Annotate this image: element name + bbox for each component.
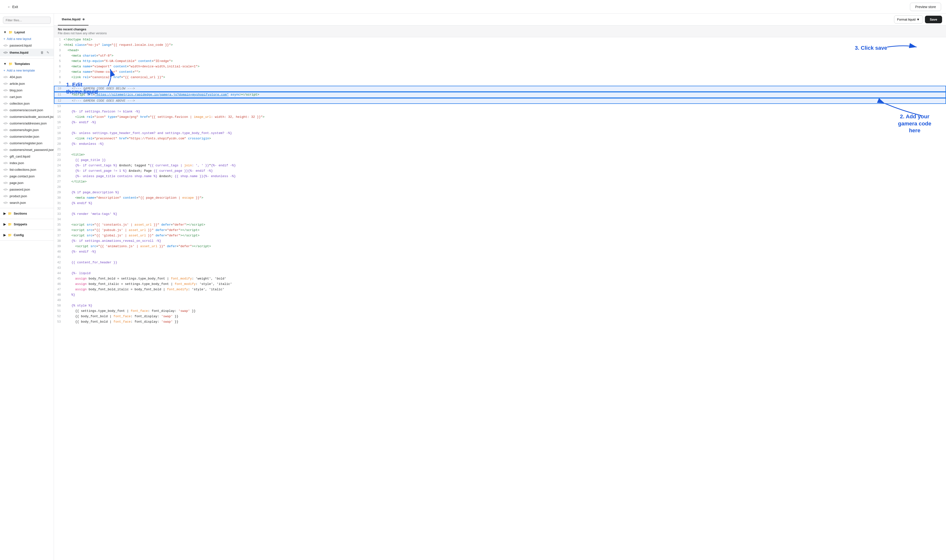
plus-icon: + [3, 37, 5, 41]
code-line-10: 10 <!--- GAMERA CODE GOES BELOW ---> [54, 86, 946, 92]
sidebar-item-password-liquid[interactable]: </> password.liquid [0, 42, 54, 49]
line-number: 19 [54, 136, 64, 141]
line-content: {{ content_for_header }} [64, 260, 946, 265]
delete-button[interactable]: 🗑 [40, 50, 45, 55]
code-line-34: 34 [54, 217, 946, 222]
sidebar-item-password-json[interactable]: </>password.json [0, 186, 54, 193]
sidebar-item-product-json[interactable]: </>product.json [0, 193, 54, 199]
line-content: {{ body_font_bold | font_face: font_disp… [64, 314, 946, 319]
sidebar-item-page-json[interactable]: </>page.json [0, 180, 54, 186]
line-number: 11 [54, 92, 64, 97]
sidebar-item-customers-addresses-json[interactable]: </>customers/addresses.json [0, 120, 54, 127]
format-liquid-button[interactable]: Format liquid ▼ [894, 15, 923, 23]
code-line-20: 20 {%- endunless -%} [54, 142, 946, 147]
sidebar-item-cart-json[interactable]: </>cart.json [0, 94, 54, 100]
sections-group-header[interactable]: ▶ 📁 Sections [0, 210, 54, 217]
line-content: <script src="{{ 'global.js' | asset_url … [64, 233, 946, 238]
line-number: 13 [54, 104, 64, 109]
config-group-header[interactable]: ▶ 📁 Config [0, 232, 54, 238]
line-number: 51 [54, 309, 64, 314]
sidebar-item-customers-register-json[interactable]: </>customers/register.json [0, 140, 54, 146]
topbar: ← Exit Preview store [0, 0, 946, 14]
line-number: 10 [54, 86, 64, 91]
line-number: 53 [54, 320, 64, 324]
editor-topbar: theme.liquid Format liquid ▼ Save [54, 14, 946, 26]
code-line-13: 13 [54, 104, 946, 109]
code-icon: </> [3, 142, 8, 145]
add-template-link[interactable]: + Add a new template [0, 67, 54, 74]
add-layout-link[interactable]: + Add a new layout [0, 35, 54, 42]
chevron-right-icon: ▶ [3, 233, 6, 237]
search-input[interactable] [3, 17, 51, 24]
exit-button[interactable]: ← Exit [5, 3, 20, 10]
sidebar-item-theme-liquid[interactable]: </> theme.liquid 🗑 ✎ [0, 49, 54, 56]
sidebar-item-index-json[interactable]: </>index.json [0, 160, 54, 166]
line-content: %} [64, 292, 946, 298]
code-line-29: 29 {% if page_description %} [54, 190, 946, 195]
sidebar-item-gift-card-liquid[interactable]: </>gift_card.liquid [0, 153, 54, 160]
code-line-4: 4 <meta charset="utf-8"> [54, 54, 946, 59]
line-number: 36 [54, 228, 64, 233]
folder-icon: 📁 [9, 62, 12, 66]
line-content: <title> [64, 152, 946, 157]
line-number: 47 [54, 287, 64, 292]
code-line-11: 11 <script src="https://sitemetrics.rapi… [54, 92, 946, 98]
code-line-30: 30 <meta name="description" content="{{ … [54, 195, 946, 201]
line-content: <link rel="canonical" href="{{ canonical… [64, 75, 946, 80]
code-line-8: 8 <link rel="canonical" href="{{ canonic… [54, 75, 946, 80]
line-content: <meta name="theme-color" content=""> [64, 69, 946, 75]
line-number: 34 [54, 217, 64, 222]
file-name: password.json [9, 188, 30, 191]
line-number: 41 [54, 255, 64, 260]
line-content: {%- endif -%} [64, 249, 946, 254]
sidebar-item-list-collections-json[interactable]: </>list-collections.json [0, 166, 54, 173]
sidebar-item-blog-json[interactable]: </>blog.json [0, 87, 54, 94]
line-content: {%- endunless -%} [64, 142, 946, 147]
sidebar-item-article-json[interactable]: </>article.json [0, 80, 54, 87]
line-number: 33 [54, 212, 64, 217]
line-number: 49 [54, 298, 64, 303]
editor-wrapper: 1. Edittheme.liquid 2. Add yourgamera co… [54, 37, 946, 560]
sidebar-item-404-json[interactable]: </>404.json [0, 74, 54, 80]
line-number: 27 [54, 179, 64, 184]
line-number: 7 [54, 69, 64, 74]
config-section: ▶ 📁 Config [0, 230, 54, 240]
edit-button[interactable]: ✎ [46, 50, 50, 55]
code-line-16: 16 {%- endif -%} [54, 120, 946, 125]
preview-store-button[interactable]: Preview store [910, 3, 941, 11]
code-icon: </> [3, 95, 8, 99]
layout-group-header[interactable]: ▼ 📁 Layout [0, 29, 54, 35]
save-button[interactable]: Save [925, 16, 942, 23]
code-icon: </> [3, 168, 8, 171]
line-content: <link rel="icon" type="image/png" href="… [64, 115, 946, 120]
chevron-down-icon: ▼ [3, 30, 7, 34]
code-line-2: 2<html class="no-js" lang="{{ request.lo… [54, 43, 946, 48]
snippets-group-header[interactable]: ▶ 📁 Snippets [0, 221, 54, 228]
sidebar-item-customers-reset-password-json[interactable]: </>customers/reset_password.json [0, 146, 54, 153]
code-line-18: 18 {%- unless settings.type_header_font.… [54, 131, 946, 136]
code-icon: </> [3, 82, 8, 86]
code-line-51: 51 {{ settings.type_body_font | font_fac… [54, 309, 946, 314]
code-line-49: 49 [54, 298, 946, 303]
templates-group-header[interactable]: ▼ 📁 Templates [0, 60, 54, 67]
sidebar-item-customers-activate-account-json[interactable]: </>customers/activate_account.json [0, 114, 54, 120]
line-content: {%- unless page_title contains shop.name… [64, 174, 946, 179]
code-editor[interactable]: 1<!doctype html>2<html class="no-js" lan… [54, 37, 946, 560]
line-number: 22 [54, 152, 64, 157]
code-line-7: 7 <meta name="theme-color" content=""> [54, 69, 946, 75]
tab-bar: theme.liquid [58, 14, 88, 26]
line-content: <!--- GAMERA CODE GOES ABOVE ---> [64, 98, 946, 104]
tab-theme-liquid[interactable]: theme.liquid [58, 14, 88, 26]
unsaved-dot [83, 18, 85, 20]
sidebar-item-collection-json[interactable]: </>collection.json [0, 100, 54, 107]
line-content: <script src="{{ 'pubsub.js' | asset_url … [64, 228, 946, 233]
folder-icon: 📁 [8, 233, 12, 237]
line-content: {{ page_title }} [64, 158, 946, 163]
sidebar-item-customers-login-json[interactable]: </>customers/login.json [0, 127, 54, 133]
sidebar-item-search-json[interactable]: </>search.json [0, 199, 54, 206]
sidebar-item-customers-account-json[interactable]: </>customers/account.json [0, 107, 54, 114]
line-content: </title> [64, 179, 946, 185]
sidebar-item-customers-order-json[interactable]: </>customers/order.json [0, 133, 54, 140]
sidebar-item-page-contact-json[interactable]: </>page.contact.json [0, 173, 54, 180]
editor-actions: Format liquid ▼ Save [894, 15, 942, 23]
